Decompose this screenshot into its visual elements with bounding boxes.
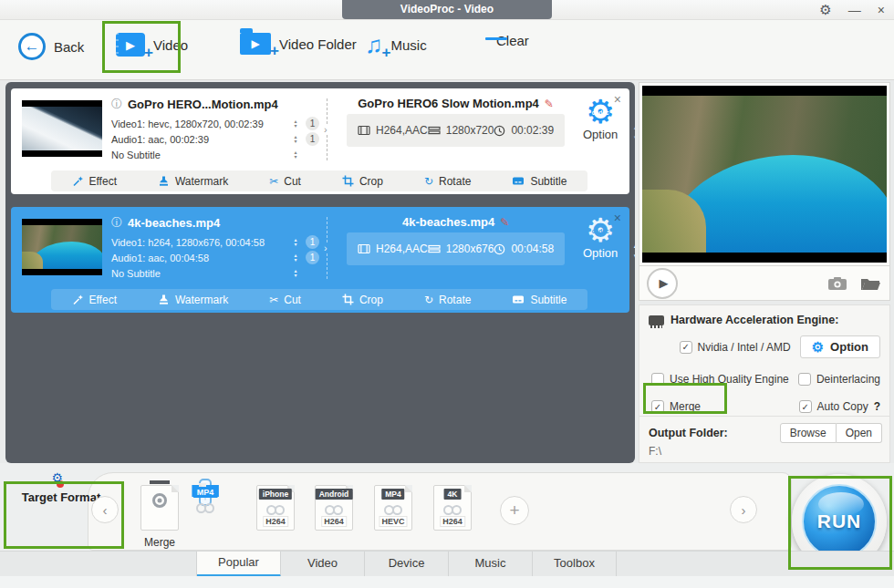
film-icon bbox=[358, 125, 370, 136]
effect-button[interactable]: Effect bbox=[72, 294, 117, 306]
info-icon[interactable]: ⓘ bbox=[111, 97, 122, 112]
open-folder-icon[interactable] bbox=[860, 276, 880, 291]
category-tab-bar: Popular Video Device Music Toolbox bbox=[0, 551, 894, 576]
output-info: GoPro HERO6 Slow Motion.mp4 ✎ H264,AAC 1… bbox=[343, 95, 572, 170]
chip-icon bbox=[649, 315, 664, 325]
tab-toolbox[interactable]: Toolbox bbox=[533, 552, 617, 577]
crop-button[interactable]: Crop bbox=[342, 294, 383, 306]
minimize-button[interactable]: — bbox=[848, 0, 861, 20]
format-card-mp4-h264-selected[interactable]: MP4 H264 bbox=[199, 479, 212, 506]
deinterlacing-checkbox: ✓ bbox=[798, 373, 811, 386]
video-track-info: Video1: h264, 1280x676, 00:04:58 bbox=[111, 237, 291, 248]
video-track-stepper[interactable]: ▴▾ bbox=[291, 238, 300, 247]
gpu-checkbox-row[interactable]: ✓ Nvidia / Intel / AMD bbox=[680, 341, 791, 354]
clear-button[interactable]: Clear bbox=[488, 33, 529, 48]
close-button[interactable]: × bbox=[878, 0, 885, 20]
scissors-icon: ✂ bbox=[269, 294, 278, 305]
video-list-panel: ⓘ GoPro HERO...Motion.mp4 Video1: hevc, … bbox=[5, 82, 635, 463]
back-arrow-icon: ← bbox=[18, 33, 46, 60]
output-resolution: 1280x676 bbox=[428, 242, 494, 255]
subtitle-button[interactable]: Subtitle bbox=[512, 294, 567, 306]
move-down-icon[interactable]: ▼ bbox=[629, 253, 635, 261]
open-button[interactable]: Open bbox=[837, 423, 882, 443]
scroll-left-button[interactable]: ‹ bbox=[91, 496, 119, 523]
output-folder-path: F:\ bbox=[649, 445, 882, 458]
add-music-button[interactable]: ♫ + Music bbox=[365, 33, 427, 57]
auto-copy-help-icon[interactable]: ? bbox=[874, 400, 880, 413]
output-folder-box: Output Folder: Browse Open F:\ bbox=[639, 416, 890, 463]
gpu-label: Nvidia / Intel / AMD bbox=[698, 341, 791, 354]
effect-wand-icon bbox=[72, 294, 84, 305]
move-down-icon[interactable]: ▼ bbox=[629, 134, 635, 142]
rotate-icon: ↻ bbox=[424, 294, 433, 305]
snapshot-camera-icon[interactable] bbox=[827, 276, 847, 291]
output-codec: H264,AAC bbox=[358, 242, 428, 255]
output-info: 4k-beaches.mp4 ✎ H264,AAC 1280x676 bbox=[343, 213, 572, 288]
film-reel-icon bbox=[384, 505, 402, 515]
watermark-button[interactable]: Watermark bbox=[158, 175, 228, 188]
subtitle-button[interactable]: Subtitle bbox=[512, 175, 567, 188]
add-video-button[interactable]: ▶ + Video bbox=[116, 33, 188, 57]
move-up-icon[interactable]: ▲ bbox=[629, 242, 635, 250]
output-codec: H264,AAC bbox=[358, 124, 428, 137]
run-label: RUN bbox=[817, 511, 862, 532]
film-reel-icon bbox=[266, 505, 285, 515]
back-button[interactable]: ← Back bbox=[18, 33, 84, 60]
add-video-folder-button[interactable]: ▶ + Video Folder bbox=[240, 33, 357, 55]
move-up-icon[interactable]: ▲ bbox=[629, 123, 635, 131]
deinterlacing-checkbox-row[interactable]: ✓ Deinterlacing bbox=[798, 373, 880, 386]
browse-button[interactable]: Browse bbox=[780, 423, 837, 443]
source-filename: 4k-beaches.mp4 bbox=[128, 216, 220, 230]
video-item-gopro[interactable]: ⓘ GoPro HERO...Motion.mp4 Video1: hevc, … bbox=[11, 88, 629, 194]
remove-item-icon[interactable]: × bbox=[614, 92, 621, 107]
merge-checkbox-row[interactable]: ✓ Merge bbox=[651, 400, 701, 413]
video-preview[interactable] bbox=[639, 82, 890, 266]
format-card-mp4-hevc[interactable]: MP4 HEVC bbox=[374, 485, 412, 531]
merge-icon bbox=[150, 480, 170, 484]
tab-popular[interactable]: Popular bbox=[197, 552, 281, 577]
remove-item-icon[interactable]: × bbox=[614, 211, 621, 225]
source-filename: GoPro HERO...Motion.mp4 bbox=[128, 98, 278, 111]
output-duration: 00:02:39 bbox=[494, 124, 554, 137]
add-format-button[interactable]: + bbox=[500, 496, 529, 525]
tab-video[interactable]: Video bbox=[281, 552, 365, 577]
settings-gear-icon[interactable]: ⚙ bbox=[819, 0, 831, 20]
output-filename: 4k-beaches.mp4 bbox=[402, 215, 494, 229]
audio-track-stepper[interactable]: ▴▾ bbox=[291, 253, 300, 263]
source-info: ⓘ 4k-beaches.mp4 Video1: h264, 1280x676,… bbox=[111, 213, 319, 288]
subtitle-stepper[interactable]: ▴▾ bbox=[291, 150, 300, 160]
tab-device[interactable]: Device bbox=[365, 552, 449, 577]
cut-button[interactable]: ✂ Cut bbox=[269, 175, 301, 188]
film-icon bbox=[358, 243, 370, 254]
option-gear-icon: ⚙ bbox=[812, 341, 824, 354]
video-track-info: Video1: hevc, 1280x720, 00:02:39 bbox=[111, 119, 291, 129]
subtitle-stepper[interactable]: ▴▾ bbox=[291, 269, 300, 278]
auto-copy-checkbox-row[interactable]: ✓ Auto Copy ? bbox=[799, 400, 880, 413]
format-card-4k-h264[interactable]: 4K H264 bbox=[433, 485, 472, 531]
hardware-option-button[interactable]: ⚙ Option bbox=[800, 335, 880, 358]
watermark-button[interactable]: Watermark bbox=[158, 294, 228, 306]
info-icon[interactable]: ⓘ bbox=[111, 215, 122, 231]
cut-button[interactable]: ✂ Cut bbox=[269, 294, 301, 306]
rotate-button[interactable]: ↻ Rotate bbox=[424, 294, 471, 306]
window-title: VideoProc - Video bbox=[342, 0, 552, 19]
tab-music[interactable]: Music bbox=[449, 552, 533, 577]
audio-track-stepper[interactable]: ▴▾ bbox=[291, 135, 300, 144]
format-card-merge[interactable]: Merge bbox=[135, 485, 184, 549]
deinterlacing-label: Deinterlacing bbox=[816, 373, 880, 386]
audio-track-count: 1 bbox=[306, 132, 319, 146]
format-card-iphone-h264[interactable]: iPhone H264 bbox=[256, 485, 295, 531]
subtitle-icon bbox=[512, 294, 525, 305]
high-quality-checkbox-row[interactable]: ✓ Use High Quality Engine bbox=[651, 373, 789, 386]
format-card-android-h264[interactable]: Android H264 bbox=[315, 485, 353, 531]
rotate-button[interactable]: ↻ Rotate bbox=[424, 175, 471, 188]
crop-button[interactable]: Crop bbox=[342, 175, 383, 188]
scroll-right-button[interactable]: › bbox=[730, 496, 757, 523]
video-thumbnail bbox=[22, 100, 102, 157]
effect-button[interactable]: Effect bbox=[72, 175, 117, 188]
video-item-beaches[interactable]: ⓘ 4k-beaches.mp4 Video1: h264, 1280x676,… bbox=[11, 207, 629, 313]
rename-icon[interactable]: ✎ bbox=[500, 216, 509, 229]
video-track-stepper[interactable]: ▴▾ bbox=[291, 119, 300, 129]
play-button[interactable]: ▶ bbox=[647, 268, 678, 299]
rename-icon[interactable]: ✎ bbox=[545, 98, 554, 110]
